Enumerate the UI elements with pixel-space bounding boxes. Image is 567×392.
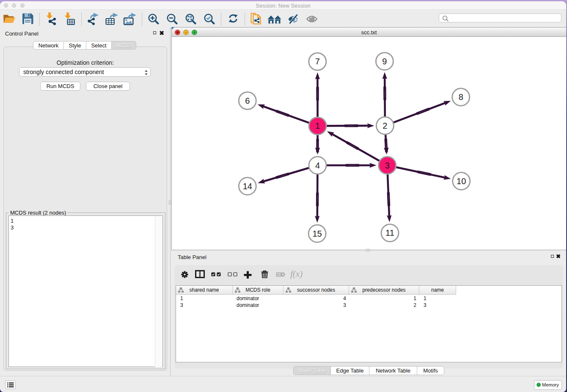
svg-text:2: 2 <box>383 121 387 130</box>
svg-text:3: 3 <box>385 161 390 170</box>
svg-text:14: 14 <box>243 182 252 191</box>
svg-text:8: 8 <box>459 92 463 102</box>
svg-text:9: 9 <box>382 57 387 66</box>
svg-text:10: 10 <box>457 177 466 186</box>
svg-text:4: 4 <box>315 161 320 170</box>
svg-text:15: 15 <box>312 229 322 238</box>
svg-text:11: 11 <box>385 228 394 237</box>
svg-text:7: 7 <box>315 57 320 66</box>
svg-text:6: 6 <box>245 96 250 105</box>
svg-text:1: 1 <box>315 121 320 130</box>
